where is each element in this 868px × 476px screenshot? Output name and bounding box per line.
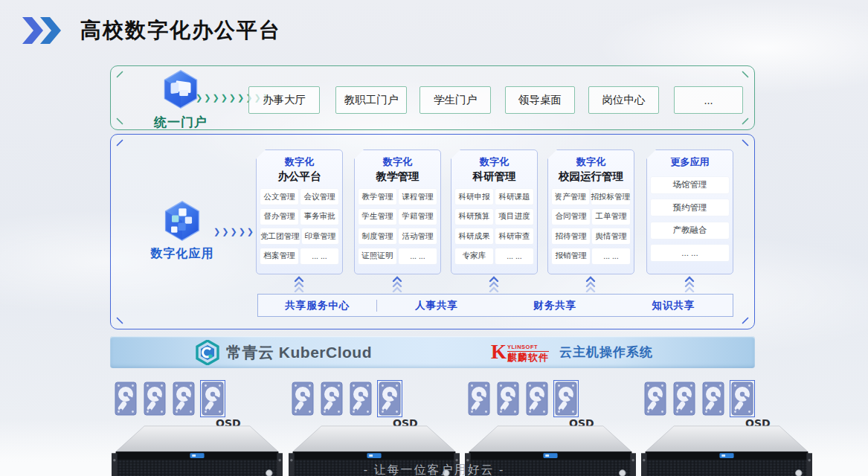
card-name: 校园运行管理 — [552, 170, 630, 184]
arrow-up-icon — [392, 276, 402, 292]
hdd-icon — [468, 382, 490, 416]
module-pill: ... ... — [495, 248, 533, 264]
module-pill: 档案管理 — [260, 248, 298, 264]
unified-portal-panel: 统一门户 ❯❯❯❯❯❯❯❯❯ 办事大厅 教职工门户 学生门户 领导桌面 岗位中心… — [110, 65, 755, 130]
corner-tick — [742, 317, 749, 324]
card-office-platform: 数字化 办公平台 公文管理会议管理 督办管理事务审批 党工团管理印章管理 档案管… — [256, 149, 343, 274]
module-pill: 印章管理 — [302, 228, 339, 244]
footer-slogan: - 让每一位客户用好云 - — [0, 463, 868, 476]
card-tag: 数字化 — [455, 155, 533, 169]
card-name: 科研管理 — [455, 170, 533, 184]
module-pill: 科研成果 — [455, 228, 493, 244]
module-pill: 专家库 — [455, 248, 493, 264]
portal-button-staff-portal: 教职工门户 — [335, 86, 407, 114]
page-header: 高校数字化办公平台 — [22, 16, 281, 45]
module-pill: 报销管理 — [552, 248, 590, 264]
page-title: 高校数字化办公平台 — [80, 16, 281, 45]
card-tag: 更多应用 — [651, 155, 729, 169]
corner-tick — [116, 317, 123, 324]
module-pill: 产教融合 — [651, 222, 729, 239]
module-pill: 科研预算 — [455, 209, 493, 225]
module-pill: ... ... — [592, 248, 630, 264]
disk-row — [641, 382, 812, 416]
module-pill: 招待管理 — [552, 228, 590, 244]
unified-portal-label: 统一门户 — [136, 114, 225, 131]
module-pill: 活动管理 — [399, 228, 437, 244]
digital-apps-panel: 数字化应用 ❯❯❯❯❯❯❯❯ 数字化 办公平台 公文管理会议管理 督办管理事务审… — [110, 134, 755, 329]
kylin-en-label: YLINSOFT — [507, 344, 549, 350]
hdd-icon — [144, 382, 166, 416]
module-pill: 科研审查 — [495, 228, 533, 244]
portal-button-student-portal: 学生门户 — [419, 86, 491, 114]
digital-apps-label: 数字化应用 — [138, 246, 227, 262]
arrow-up-icon — [489, 276, 499, 292]
module-pill: 资产管理 — [552, 189, 589, 205]
portal-button-more: ... — [674, 86, 743, 114]
module-pill: 党工团管理 — [260, 228, 300, 244]
hdd-icon-osd — [202, 382, 224, 416]
module-pill: ... ... — [399, 248, 437, 264]
card-body: 科研申报科研课题 科研预算项目进度 科研成果科研审查 专家库... ... — [455, 185, 533, 268]
module-pill: 督办管理 — [260, 209, 298, 225]
share-item-finance: 财务共享 — [496, 299, 614, 312]
module-pill: 教学管理 — [359, 189, 396, 205]
module-pill: 课程管理 — [399, 189, 437, 205]
hdd-icon — [526, 382, 548, 416]
hdd-icon — [115, 382, 137, 416]
double-chevron-icon — [22, 17, 64, 44]
card-body: 教学管理课程管理 学生管理学籍管理 制度管理活动管理 证照证明... ... — [359, 185, 437, 268]
module-pill: 事务审批 — [300, 209, 338, 225]
kubercloud-label: 常青云 KuberCloud — [226, 342, 372, 363]
corner-tick — [116, 71, 123, 78]
share-item-hr: 人事共享 — [377, 299, 495, 312]
module-pill: 招投标管理 — [591, 189, 631, 205]
module-pill: ... ... — [651, 245, 729, 261]
hdd-icon — [321, 382, 343, 416]
card-body: 场馆管理 预约管理 产教融合 ... ... — [651, 170, 729, 268]
module-pill: 场馆管理 — [651, 177, 729, 193]
card-tag: 数字化 — [552, 155, 630, 169]
corner-tick — [116, 118, 123, 125]
hdd-icon-osd — [379, 382, 401, 416]
card-campus-operation-mgmt: 数字化 校园运行管理 资产管理招投标管理 合同管理工单管理 招待管理舆情管理 报… — [547, 149, 634, 274]
kylin-brand: K YLINSOFT 麒麟软件 云主机操作系统 — [491, 336, 653, 368]
server-group-4: OSD — [641, 382, 812, 416]
shared-services-bar: 共享服务中心 人事共享 财务共享 知识共享 — [257, 294, 733, 317]
module-pill: 科研课题 — [495, 189, 533, 205]
disk-row — [289, 382, 460, 416]
hdd-icon — [702, 382, 724, 416]
card-teaching-mgmt: 数字化 教学管理 教学管理课程管理 学生管理学籍管理 制度管理活动管理 证照证明… — [354, 149, 441, 274]
module-pill: 预约管理 — [651, 199, 729, 216]
server-group-1: OSD — [112, 382, 283, 416]
hdd-icon — [644, 382, 666, 416]
portal-button-post-center: 岗位中心 — [588, 86, 659, 114]
disk-row — [465, 382, 636, 416]
module-pill: 证照证明 — [359, 248, 396, 264]
module-pill: 学生管理 — [359, 209, 396, 225]
card-tag: 数字化 — [359, 155, 437, 169]
cloud-host-os-label: 云主机操作系统 — [559, 344, 653, 361]
kylin-k-letter: K — [491, 342, 507, 362]
module-pill: 会议管理 — [300, 189, 338, 205]
card-tag: 数字化 — [260, 155, 338, 169]
hdd-icon — [350, 382, 372, 416]
hdd-icon — [292, 382, 314, 416]
module-pill: 制度管理 — [359, 228, 396, 244]
module-pill: 学籍管理 — [399, 209, 437, 225]
disk-row — [112, 382, 283, 416]
kylin-cn-label: 麒麟软件 — [507, 351, 549, 362]
apps-cube-icon — [163, 200, 202, 242]
corner-tick — [742, 71, 749, 78]
kubercloud-brand: 常青云 KuberCloud — [196, 336, 372, 368]
hdd-icon-osd — [555, 382, 577, 416]
corner-tick — [116, 139, 123, 147]
card-research-mgmt: 数字化 科研管理 科研申报科研课题 科研预算项目进度 科研成果科研审查 专家库.… — [451, 149, 538, 274]
module-pill: 合同管理 — [552, 209, 590, 225]
module-pill: 公文管理 — [260, 189, 298, 205]
arrow-up-icon — [294, 276, 304, 292]
arrow-up-icon — [585, 276, 596, 292]
server-group-2: OSD — [289, 382, 460, 416]
server-group-3: OSD — [465, 382, 636, 416]
corner-tick — [742, 118, 749, 125]
corner-tick — [742, 139, 749, 147]
